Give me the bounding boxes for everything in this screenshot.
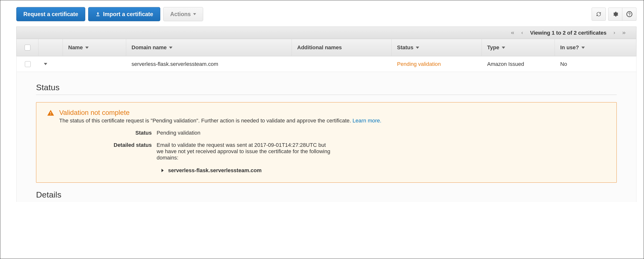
page-last-button[interactable] (619, 31, 629, 35)
upload-icon (95, 12, 100, 17)
column-name-label: Name (68, 44, 83, 51)
alert-description: The status of this certificate request i… (59, 118, 382, 124)
caret-down-icon (193, 13, 196, 15)
certificates-table: Name Domain name Additional names Status… (16, 39, 636, 72)
table-header-row: Name Domain name Additional names Status… (16, 39, 636, 56)
toolbar: Request a certificate Import a certifica… (1, 1, 643, 27)
column-header-type[interactable]: Type (482, 39, 555, 56)
actions-label: Actions (170, 11, 191, 18)
page-first-button[interactable] (508, 31, 517, 35)
caret-right-icon (162, 169, 164, 172)
column-additional-label: Additional names (297, 44, 342, 51)
refresh-icon (596, 11, 602, 17)
help-icon (626, 11, 632, 17)
sort-caret-icon (416, 47, 419, 49)
column-inuse-label: In use? (560, 44, 579, 51)
warning-icon (47, 109, 54, 117)
column-header-additional-names[interactable]: Additional names (292, 39, 392, 56)
import-certificate-label: Import a certificate (103, 11, 153, 18)
alert-description-text: The status of this certificate request i… (59, 118, 352, 124)
details-section-title: Details (36, 190, 617, 202)
svg-point-1 (627, 12, 632, 17)
status-kv-label: Status (47, 130, 156, 136)
status-section-title: Status (36, 83, 617, 95)
chevron-right-icon (612, 31, 617, 35)
refresh-button[interactable] (592, 8, 606, 21)
column-header-in-use[interactable]: In use? (555, 39, 636, 56)
detailed-status-kv-label: Detailed status (47, 142, 156, 161)
certificate-manager-page: Request a certificate Import a certifica… (0, 0, 644, 259)
pagination-viewing-text: Viewing 1 to 2 of 2 certificates (526, 30, 610, 36)
certificate-details-panel: Status Validation not complete The statu… (16, 72, 636, 202)
column-header-domain-name[interactable]: Domain name (126, 39, 292, 56)
pending-domain-name: serverless-flask.serverlessteam.com (168, 167, 262, 174)
column-status-label: Status (397, 44, 413, 51)
chevron-left-icon (520, 31, 524, 35)
select-all-checkbox[interactable] (24, 45, 30, 51)
row-expand-toggle[interactable] (44, 63, 47, 65)
request-certificate-label: Request a certificate (24, 11, 78, 18)
column-domain-label: Domain name (132, 44, 166, 51)
import-certificate-button[interactable]: Import a certificate (88, 7, 160, 21)
svg-rect-0 (96, 16, 100, 16)
column-header-expand (38, 39, 63, 56)
row-domain-cell: serverless-flask.serverlessteam.com (126, 61, 292, 67)
settings-button[interactable] (608, 8, 622, 21)
validation-alert: Validation not complete The status of th… (36, 102, 617, 183)
sort-caret-icon (582, 47, 585, 49)
row-select-checkbox[interactable] (25, 61, 31, 67)
page-prev-button[interactable] (517, 31, 526, 35)
help-button[interactable] (622, 8, 636, 21)
actions-dropdown-button[interactable]: Actions (163, 7, 203, 21)
row-type-cell: Amazon Issued (482, 61, 555, 67)
status-kv-value: Pending validation (156, 130, 332, 136)
row-status-cell: Pending validation (392, 61, 482, 67)
column-header-name[interactable]: Name (63, 39, 126, 56)
table-row[interactable]: serverless-flask.serverlessteam.com Pend… (16, 56, 636, 72)
alert-title: Validation not complete (59, 109, 382, 117)
column-header-status[interactable]: Status (392, 39, 482, 56)
toolbar-icon-group (608, 8, 636, 21)
pending-domain-item[interactable]: serverless-flask.serverlessteam.com (162, 167, 606, 174)
sort-caret-icon (85, 47, 89, 49)
chevron-double-right-icon (622, 31, 626, 35)
sort-caret-icon (502, 47, 505, 49)
learn-more-link[interactable]: Learn more. (352, 118, 382, 124)
request-certificate-button[interactable]: Request a certificate (16, 7, 85, 21)
pagination-bar: Viewing 1 to 2 of 2 certificates (16, 27, 636, 39)
chevron-double-left-icon (510, 31, 515, 35)
column-type-label: Type (487, 44, 499, 51)
page-next-button[interactable] (610, 31, 619, 35)
detailed-status-kv-value: Email to validate the request was sent a… (156, 142, 332, 161)
sort-caret-icon (169, 47, 172, 49)
row-inuse-cell: No (555, 61, 636, 67)
gear-icon (612, 11, 618, 17)
column-header-select-all[interactable] (16, 39, 38, 56)
